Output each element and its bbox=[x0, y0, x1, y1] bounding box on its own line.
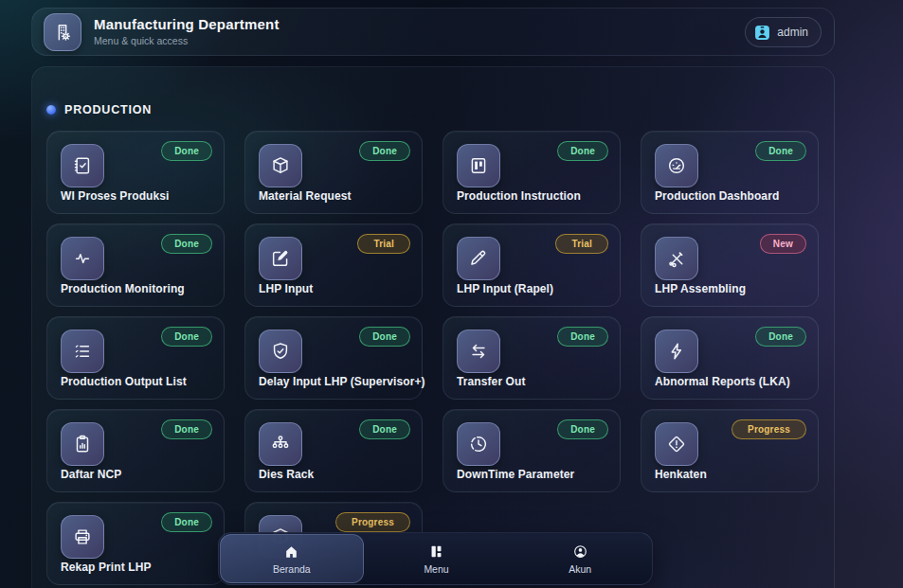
user-name: admin bbox=[777, 26, 808, 39]
nav-item-akun[interactable]: Akun bbox=[509, 534, 651, 583]
status-badge: Done bbox=[755, 327, 806, 347]
arrows-left-right-icon bbox=[457, 330, 500, 373]
card-title: Production Monitoring bbox=[61, 282, 214, 295]
card-title: Material Request bbox=[259, 189, 412, 203]
person-circle-icon bbox=[572, 543, 588, 560]
card-lhp-assembling[interactable]: New LHP Assembling bbox=[641, 223, 819, 307]
status-badge: Trial bbox=[555, 234, 608, 254]
status-badge: Done bbox=[359, 141, 410, 161]
printer-icon bbox=[61, 515, 104, 559]
card-abnormal-reports[interactable]: Done Abnormal Reports (LKA) bbox=[641, 316, 819, 400]
status-badge: Done bbox=[755, 141, 806, 161]
card-title: WI Proses Produksi bbox=[61, 189, 214, 203]
pencil-square-icon bbox=[259, 237, 302, 280]
user-badge[interactable]: admin bbox=[745, 17, 822, 47]
nav-label: Akun bbox=[569, 563, 591, 575]
card-lhp-input-rapel[interactable]: Trial LHP Input (Rapel) bbox=[442, 223, 621, 307]
card-production-instruction[interactable]: Done Production Instruction bbox=[442, 131, 621, 214]
card-henkaten[interactable]: Progress Henkaten bbox=[641, 409, 819, 492]
card-title: LHP Assembling bbox=[655, 282, 808, 295]
status-badge: Done bbox=[161, 234, 212, 254]
page-title: Manufacturing Department bbox=[94, 16, 280, 33]
nav-item-beranda[interactable]: Beranda bbox=[220, 534, 364, 583]
status-badge: Progress bbox=[335, 512, 410, 532]
pencil-icon bbox=[457, 237, 500, 280]
section-production: PRODUCTION bbox=[46, 103, 152, 116]
app-header: Manufacturing Department Menu & quick ac… bbox=[31, 8, 835, 56]
grid-icon bbox=[428, 543, 444, 560]
journal-check-icon bbox=[61, 144, 104, 187]
card-title: LHP Input (Rapel) bbox=[457, 282, 610, 295]
status-badge: Done bbox=[161, 419, 212, 439]
speedometer-icon bbox=[655, 144, 698, 187]
home-icon bbox=[283, 543, 299, 560]
status-badge: Done bbox=[359, 327, 410, 347]
status-badge: Done bbox=[161, 327, 212, 347]
card-wi-proses-produksi[interactable]: Done WI Proses Produksi bbox=[46, 131, 225, 214]
card-delay-input-lhp[interactable]: Done Delay Input LHP (Supervisor+) bbox=[244, 316, 423, 400]
building-gear-icon bbox=[44, 13, 81, 51]
status-badge: New bbox=[760, 234, 806, 254]
page-subtitle: Menu & quick access bbox=[94, 35, 280, 47]
list-check-icon bbox=[61, 330, 104, 373]
card-title: Dies Rack bbox=[259, 468, 412, 481]
status-badge: Progress bbox=[731, 419, 806, 439]
card-transfer-out[interactable]: Done Transfer Out bbox=[442, 316, 621, 400]
status-badge: Done bbox=[557, 141, 608, 161]
diagram-icon bbox=[259, 422, 302, 466]
card-title: Daftar NCP bbox=[61, 468, 214, 481]
person-badge-icon bbox=[754, 25, 770, 41]
card-lhp-input[interactable]: Trial LHP Input bbox=[244, 223, 423, 307]
clipboard-chart-icon bbox=[61, 422, 104, 466]
section-label: PRODUCTION bbox=[64, 103, 152, 116]
kanban-icon bbox=[457, 144, 500, 187]
shield-check-icon bbox=[259, 330, 302, 373]
nav-item-menu[interactable]: Menu bbox=[366, 534, 508, 583]
card-title: DownTime Parameter bbox=[457, 468, 610, 481]
nav-label: Menu bbox=[424, 563, 448, 575]
card-rekap-print-lhp[interactable]: Done Rekap Print LHP bbox=[46, 502, 225, 585]
card-production-dashboard[interactable]: Done Production Dashboard bbox=[641, 131, 819, 214]
menu-panel: PRODUCTION Done WI Proses Produksi Done bbox=[31, 66, 835, 588]
card-title: Production Dashboard bbox=[655, 189, 808, 203]
status-badge: Done bbox=[557, 419, 608, 439]
clock-history-icon bbox=[457, 422, 500, 466]
card-dies-rack[interactable]: Done Dies Rack bbox=[244, 409, 423, 492]
card-title: Production Instruction bbox=[457, 189, 610, 203]
card-title: LHP Input bbox=[259, 282, 412, 295]
card-daftar-ncp[interactable]: Done Daftar NCP bbox=[46, 409, 225, 492]
card-title: Transfer Out bbox=[457, 375, 610, 388]
status-badge: Done bbox=[161, 512, 212, 532]
status-badge: Done bbox=[359, 419, 410, 439]
card-title: Delay Input LHP (Supervisor+) bbox=[259, 375, 412, 388]
lightning-icon bbox=[655, 330, 698, 373]
section-dot-icon bbox=[46, 105, 56, 115]
card-material-request[interactable]: Done Material Request bbox=[244, 131, 423, 214]
tools-icon bbox=[655, 237, 698, 280]
status-badge: Done bbox=[161, 141, 212, 161]
activity-icon bbox=[61, 237, 104, 280]
card-title: Rekap Print LHP bbox=[61, 561, 214, 574]
card-production-monitoring[interactable]: Done Production Monitoring bbox=[46, 223, 225, 307]
card-production-output-list[interactable]: Done Production Output List bbox=[46, 316, 225, 400]
bottom-nav: Beranda Menu Akun bbox=[218, 532, 653, 585]
card-title: Production Output List bbox=[61, 375, 214, 388]
nav-label: Beranda bbox=[273, 563, 311, 575]
box-icon bbox=[259, 144, 302, 187]
status-badge: Trial bbox=[357, 234, 410, 254]
status-badge: Done bbox=[557, 327, 608, 347]
diamond-exclamation-icon bbox=[655, 422, 698, 466]
card-title: Henkaten bbox=[655, 468, 808, 481]
card-downtime-parameter[interactable]: Done DownTime Parameter bbox=[442, 409, 621, 492]
menu-grid: Done WI Proses Produksi Done Material Re… bbox=[46, 131, 819, 585]
card-title: Abnormal Reports (LKA) bbox=[655, 375, 808, 388]
